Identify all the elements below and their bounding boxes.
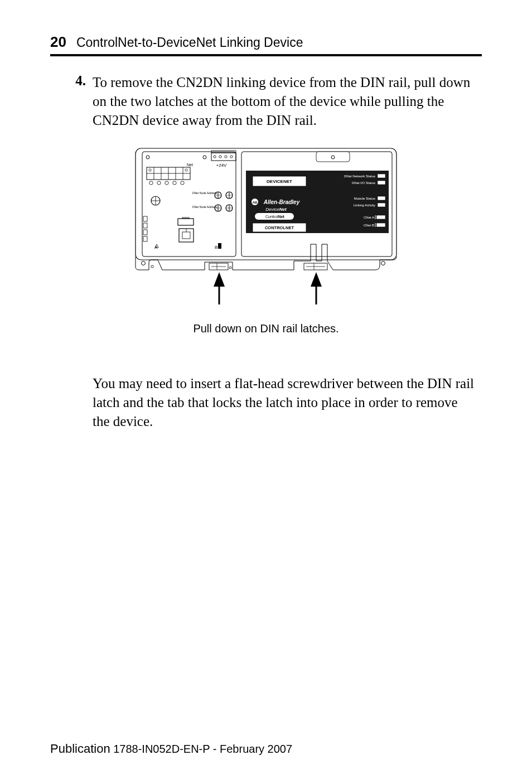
- svg-rect-42: [182, 232, 190, 239]
- header-divider: [50, 54, 482, 56]
- svg-point-20: [157, 181, 161, 185]
- svg-point-6: [219, 156, 221, 158]
- step-text: To remove the CN2DN linking device from …: [93, 73, 476, 129]
- svg-rect-62: [376, 215, 385, 219]
- svg-rect-44: [143, 216, 147, 221]
- label-net: Net: [187, 163, 193, 167]
- svg-text:DeviceNet: DeviceNet: [265, 207, 287, 212]
- device-diagram: +24V Net DNet Node Address DNet Node Add…: [132, 145, 400, 318]
- svg-point-18: [185, 169, 187, 171]
- header-title: ControlNet-to-DeviceNet Linking Device: [76, 35, 303, 50]
- svg-rect-64: [316, 152, 350, 162]
- svg-rect-47: [143, 236, 147, 241]
- figure: +24V Net DNet Node Address DNet Node Add…: [50, 145, 482, 335]
- svg-rect-40: [182, 217, 189, 219]
- step-4: 4. To remove the CN2DN linking device fr…: [72, 73, 476, 129]
- label-module-status: Module Status: [354, 197, 375, 200]
- publication-line: Publication 1788-IN052D-EN-P - February …: [50, 742, 292, 756]
- label-dnet-node-2: DNet Node Address: [192, 205, 217, 209]
- svg-rect-63: [376, 223, 385, 227]
- arrow-left-icon: [214, 272, 225, 304]
- label-dnet-io-status: DNet I/O Status: [352, 181, 375, 185]
- publication-code: 1788-IN052D-EN-P - February 2007: [113, 743, 292, 755]
- svg-point-17: [149, 169, 151, 171]
- svg-rect-60: [378, 196, 385, 200]
- label-dnet-node-1: DNet Node Address: [192, 191, 217, 195]
- svg-point-66: [142, 262, 146, 265]
- svg-rect-61: [378, 203, 385, 207]
- svg-point-2: [146, 156, 149, 159]
- svg-point-5: [214, 156, 216, 158]
- label-controlnet: CONTROLNET: [265, 225, 294, 230]
- svg-marker-79: [311, 272, 322, 287]
- svg-point-69: [381, 262, 385, 265]
- svg-rect-3: [211, 153, 236, 161]
- svg-point-7: [225, 156, 227, 158]
- publication-prefix: Publication: [50, 742, 110, 756]
- svg-point-68: [229, 267, 231, 269]
- svg-text:ControlNet: ControlNet: [265, 215, 285, 219]
- page-number: 20: [50, 33, 66, 51]
- step-number: 4.: [72, 73, 86, 129]
- page-header: 20 ControlNet-to-DeviceNet Linking Devic…: [50, 33, 482, 51]
- svg-rect-58: [378, 174, 385, 178]
- label-allen-bradley: Allen-Bradley: [263, 199, 300, 205]
- followup-paragraph: You may need to insert a flat-head screw…: [93, 374, 476, 430]
- svg-text:AB: AB: [253, 201, 258, 204]
- svg-rect-48: [218, 243, 221, 249]
- svg-marker-77: [214, 272, 225, 287]
- label-24v: +24V: [216, 163, 228, 168]
- label-cnet-b: CNet B: [364, 224, 374, 227]
- svg-point-21: [165, 181, 168, 185]
- figure-caption: Pull down on DIN rail latches.: [193, 322, 338, 335]
- label-cnet-a: CNet A: [364, 216, 374, 219]
- label-linking-activity: Linking Activity: [354, 204, 375, 207]
- label-b: B: [215, 245, 217, 250]
- arrow-right-icon: [311, 272, 322, 304]
- label-dnet-network-status: DNet Network Status: [344, 175, 375, 178]
- svg-point-9: [203, 156, 206, 159]
- svg-point-23: [181, 181, 184, 185]
- svg-rect-59: [378, 181, 385, 185]
- svg-rect-39: [178, 219, 194, 225]
- svg-point-8: [230, 156, 233, 158]
- svg-point-67: [151, 265, 153, 268]
- svg-rect-46: [143, 230, 147, 235]
- svg-rect-45: [143, 223, 147, 228]
- svg-point-22: [173, 181, 176, 185]
- label-devicenet: DEVICENET: [267, 179, 292, 184]
- svg-point-19: [149, 181, 153, 185]
